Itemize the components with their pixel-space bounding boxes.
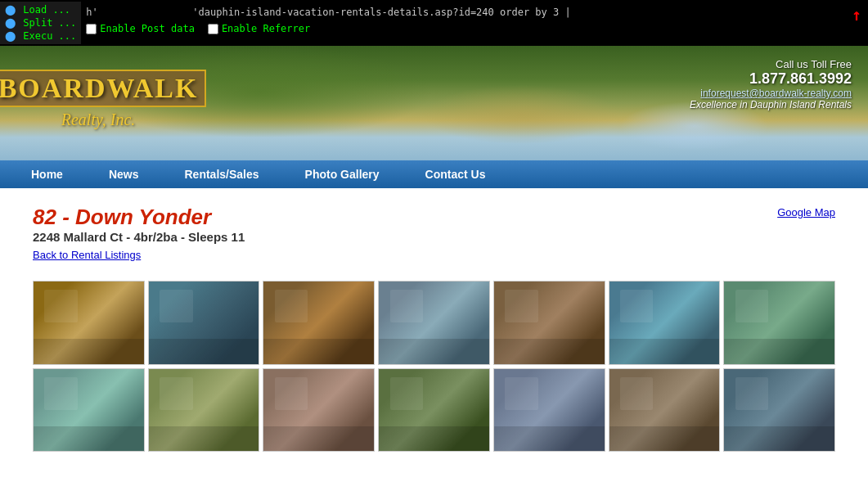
phone-number: 1.877.861.3992 xyxy=(690,70,852,88)
photo-thumb-10[interactable] xyxy=(263,368,375,453)
photo-thumb-3[interactable] xyxy=(263,281,375,365)
photo-thumb-12[interactable] xyxy=(493,368,605,453)
email-link[interactable]: inforequest@boardwalk-realty.com xyxy=(690,88,852,99)
arrow-up-icon: ↑ xyxy=(845,2,868,28)
header-logo: BOARDWALK Realty, Inc. xyxy=(16,54,180,144)
photo-image-14 xyxy=(724,369,834,452)
photo-image-8 xyxy=(34,369,144,452)
enable-referrer-label[interactable]: Enable Referrer xyxy=(208,23,310,34)
photo-image-10 xyxy=(263,369,374,452)
nav-item-rentals-sales[interactable]: Rentals/Sales xyxy=(161,160,281,188)
tagline-text: Excellence in Dauphin Island Rentals xyxy=(690,99,852,110)
photo-thumb-11[interactable] xyxy=(378,368,490,453)
property-subtitle: 2248 Mallard Ct - 4br/2ba - Sleeps 11 xyxy=(33,230,245,244)
photo-thumb-1[interactable] xyxy=(33,281,145,365)
split-dot: ⬤ xyxy=(5,17,16,29)
property-title: 82 - Down Yonder xyxy=(33,205,245,230)
nav-item-news[interactable]: News xyxy=(86,160,162,188)
logo-realty-text: Realty, Inc. xyxy=(61,110,136,129)
nav-item-photo-gallery[interactable]: Photo Gallery xyxy=(282,160,403,188)
enable-post-label[interactable]: Enable Post data xyxy=(86,23,195,34)
header-contact: Call us Toll Free 1.877.861.3992 inforeq… xyxy=(690,58,852,110)
photo-image-2 xyxy=(149,282,259,364)
photo-thumb-5[interactable] xyxy=(493,281,605,365)
photo-image-5 xyxy=(494,282,605,364)
property-header: 82 - Down Yonder 2248 Mallard Ct - 4br/2… xyxy=(33,205,835,274)
photo-image-6 xyxy=(609,282,720,364)
load-dot: ⬤ xyxy=(5,4,16,16)
split-button[interactable]: ⬤ Split ... xyxy=(3,16,78,29)
photo-thumb-4[interactable] xyxy=(378,281,490,365)
load-button[interactable]: ⬤ Load ... xyxy=(3,3,78,16)
url-area: Enable Post data Enable Referrer xyxy=(81,2,845,44)
photo-image-3 xyxy=(263,282,374,364)
photo-thumb-6[interactable] xyxy=(609,281,721,365)
property-title-group: 82 - Down Yonder 2248 Mallard Ct - 4br/2… xyxy=(33,205,245,274)
checkbox-row: Enable Post data Enable Referrer xyxy=(86,23,840,34)
photo-image-9 xyxy=(149,369,259,452)
url-input[interactable] xyxy=(86,5,840,20)
photo-image-4 xyxy=(379,282,489,364)
photo-image-7 xyxy=(724,282,834,364)
content-area: 82 - Down Yonder 2248 Mallard Ct - 4br/2… xyxy=(0,188,868,468)
logo-box: BOARDWALK Realty, Inc. xyxy=(16,54,180,144)
nav-bar: Home News Rentals/Sales Photo Gallery Co… xyxy=(0,160,868,188)
back-to-listings-link[interactable]: Back to Rental Listings xyxy=(33,249,245,261)
photo-image-11 xyxy=(379,369,489,452)
google-map-link[interactable]: Google Map xyxy=(777,206,835,218)
photo-thumb-2[interactable] xyxy=(148,281,260,365)
toll-free-label: Call us Toll Free xyxy=(690,58,852,70)
nav-item-contact-us[interactable]: Contact Us xyxy=(403,160,509,188)
photo-thumb-13[interactable] xyxy=(609,368,721,453)
photo-image-12 xyxy=(494,369,605,452)
photo-thumb-14[interactable] xyxy=(723,368,835,453)
enable-post-checkbox[interactable] xyxy=(86,24,97,34)
photo-image-13 xyxy=(609,369,720,452)
google-map-container: Google Map xyxy=(777,205,835,219)
photo-grid xyxy=(33,281,835,452)
toolbar-left: ⬤ Load ... ⬤ Split ... ⬤ Execu ... xyxy=(0,2,81,44)
logo-boardwalk-text: BOARDWALK xyxy=(0,70,206,107)
photo-image-1 xyxy=(34,282,144,364)
execu-dot: ⬤ xyxy=(5,30,16,42)
toolbar: ⬤ Load ... ⬤ Split ... ⬤ Execu ... Enabl… xyxy=(0,0,868,46)
site-wrapper: BOARDWALK Realty, Inc. Call us Toll Free… xyxy=(0,46,868,468)
photo-thumb-9[interactable] xyxy=(148,368,260,453)
nav-item-home[interactable]: Home xyxy=(8,160,86,188)
execu-button[interactable]: ⬤ Execu ... xyxy=(3,29,78,43)
photo-thumb-8[interactable] xyxy=(33,368,145,453)
header-banner: BOARDWALK Realty, Inc. Call us Toll Free… xyxy=(0,46,868,160)
photo-thumb-7[interactable] xyxy=(723,281,835,365)
enable-referrer-checkbox[interactable] xyxy=(208,24,218,34)
